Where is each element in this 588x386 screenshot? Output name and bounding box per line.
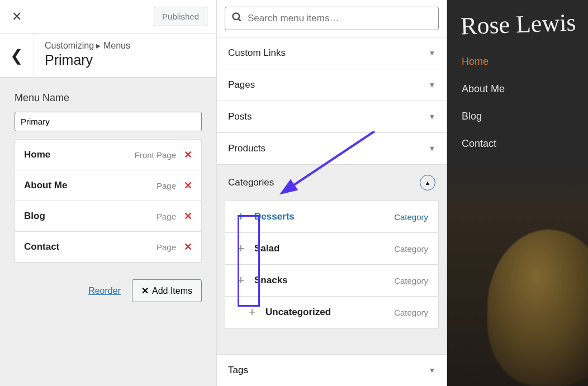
menu-item-row[interactable]: Blog Page ✕ [15,201,201,232]
menu-actions: Reorder ✕ Add Items [15,279,202,302]
plus-icon[interactable]: + [234,242,248,255]
plus-icon[interactable]: + [234,274,248,287]
plus-icon[interactable]: + [245,306,259,319]
breadcrumb: ❮ Customizing ▸ Menus Primary [0,34,216,78]
menu-item-label: Contact [24,241,157,252]
back-icon[interactable]: ❮ [0,34,34,77]
item-picker-panel: Custom Links ▼ Pages ▼ Posts ▼ Products [216,0,447,386]
menu-item-label: About Me [24,180,157,191]
nav-link-blog[interactable]: Blog [462,111,505,122]
category-name: Salad [254,243,394,254]
menu-item-row[interactable]: Home Front Page ✕ [15,140,201,170]
chevron-down-icon: ▼ [429,49,435,57]
accordion-tags[interactable]: Tags ▼ [217,354,447,386]
accordion-pages[interactable]: Pages ▼ [217,69,447,101]
chevron-down-icon: ▼ [429,113,435,121]
chevron-up-icon: ▲ [420,175,435,190]
breadcrumb-trail: Customizing ▸ Menus [45,40,130,51]
chevron-down-icon: ▼ [429,366,435,374]
menu-items-list: Home Front Page ✕ About Me Page ✕ Blog P… [15,139,202,263]
category-name: Uncategorized [265,307,394,318]
page-title: Primary [45,52,130,68]
menu-item-type: Page [157,212,176,221]
menu-item-type: Front Page [135,150,176,160]
search-icon [231,12,243,25]
reorder-link[interactable]: Reorder [88,286,121,296]
category-row[interactable]: + Snacks Category [225,265,438,297]
remove-icon[interactable]: ✕ [184,210,192,222]
menu-name-input[interactable] [15,112,202,131]
accordion-products[interactable]: Products ▼ [217,133,447,164]
category-type: Category [394,276,428,285]
category-type: Category [394,212,428,222]
publish-button[interactable]: Published [154,7,207,26]
chevron-down-icon: ▼ [429,81,435,89]
search-input[interactable] [225,7,439,30]
accordion-custom-links[interactable]: Custom Links ▼ [217,37,447,69]
nav-link-about[interactable]: About Me [462,83,505,95]
remove-icon[interactable]: ✕ [184,241,192,253]
customizer-panel: ✕ Published ❮ Customizing ▸ Menus Primar… [0,0,216,386]
category-row[interactable]: + Uncategorized Category [225,297,438,328]
category-row[interactable]: + Salad Category [225,233,438,265]
svg-point-0 [233,13,240,20]
accordion-categories[interactable]: Categories ▲ [217,165,447,201]
nav-link-home[interactable]: Home [462,56,505,68]
plus-icon[interactable]: + [234,210,248,223]
nav-link-contact[interactable]: Contact [462,138,505,150]
item-picker-accordion: Custom Links ▼ Pages ▼ Posts ▼ Products [217,37,447,336]
site-preview: Rose Lewis Home About Me Blog Contact [447,0,588,386]
menu-item-type: Page [157,181,176,190]
menu-item-row[interactable]: Contact Page ✕ [15,232,201,262]
category-name: Snacks [254,275,394,286]
categories-list: + Desserts Category + Salad Category + S… [225,201,439,328]
category-type: Category [394,244,428,254]
svg-line-1 [239,19,241,21]
preview-nav: Home About Me Blog Contact [462,56,505,150]
remove-icon[interactable]: ✕ [184,149,192,161]
menu-name-label: Menu Name [15,92,202,104]
menu-item-type: Page [157,242,176,252]
site-title: Rose Lewis [460,8,576,40]
close-icon: ✕ [141,285,149,296]
accordion-posts[interactable]: Posts ▼ [217,101,447,132]
category-row[interactable]: + Desserts Category [225,201,438,233]
search-wrap [217,0,447,37]
menu-editor: Menu Name Home Front Page ✕ About Me Pag… [0,78,216,317]
category-type: Category [394,308,428,317]
remove-icon[interactable]: ✕ [184,179,192,192]
chevron-down-icon: ▼ [429,145,435,153]
close-icon[interactable]: ✕ [0,0,34,34]
add-items-button[interactable]: ✕ Add Items [132,279,202,302]
category-name: Desserts [254,211,394,222]
menu-item-label: Blog [24,211,157,222]
menu-item-row[interactable]: About Me Page ✕ [15,170,201,201]
menu-item-label: Home [24,149,135,160]
customizer-header: ✕ Published [0,0,216,34]
